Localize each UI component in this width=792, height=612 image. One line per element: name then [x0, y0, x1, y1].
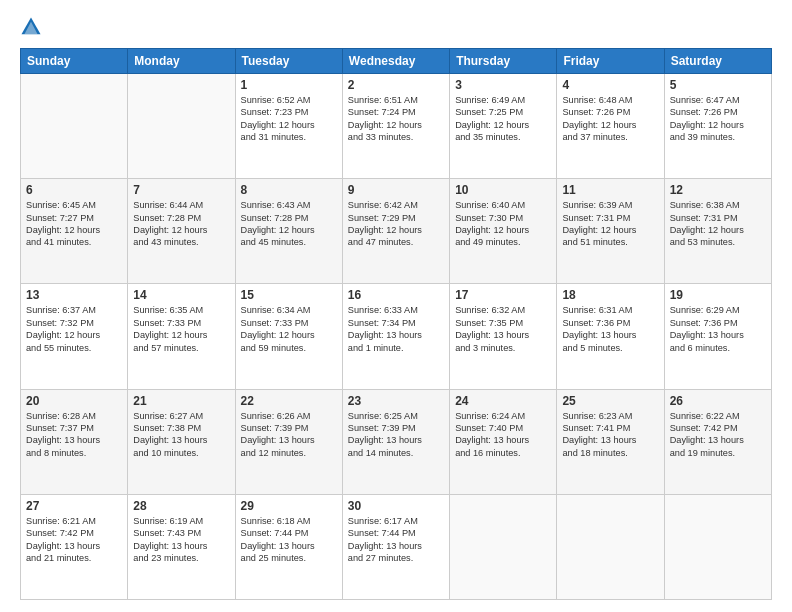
cell-content: Sunrise: 6:17 AM Sunset: 7:44 PM Dayligh… [348, 515, 444, 565]
cell-content: Sunrise: 6:26 AM Sunset: 7:39 PM Dayligh… [241, 410, 337, 460]
cell-content: Sunrise: 6:31 AM Sunset: 7:36 PM Dayligh… [562, 304, 658, 354]
weekday-header: Wednesday [342, 49, 449, 74]
calendar-cell: 11Sunrise: 6:39 AM Sunset: 7:31 PM Dayli… [557, 179, 664, 284]
cell-content: Sunrise: 6:48 AM Sunset: 7:26 PM Dayligh… [562, 94, 658, 144]
cell-content: Sunrise: 6:24 AM Sunset: 7:40 PM Dayligh… [455, 410, 551, 460]
cell-content: Sunrise: 6:18 AM Sunset: 7:44 PM Dayligh… [241, 515, 337, 565]
calendar-cell: 5Sunrise: 6:47 AM Sunset: 7:26 PM Daylig… [664, 74, 771, 179]
day-number: 10 [455, 183, 551, 197]
calendar-week-row: 1Sunrise: 6:52 AM Sunset: 7:23 PM Daylig… [21, 74, 772, 179]
calendar-week-row: 20Sunrise: 6:28 AM Sunset: 7:37 PM Dayli… [21, 389, 772, 494]
weekday-header: Monday [128, 49, 235, 74]
day-number: 11 [562, 183, 658, 197]
day-number: 23 [348, 394, 444, 408]
day-number: 8 [241, 183, 337, 197]
cell-content: Sunrise: 6:49 AM Sunset: 7:25 PM Dayligh… [455, 94, 551, 144]
cell-content: Sunrise: 6:22 AM Sunset: 7:42 PM Dayligh… [670, 410, 766, 460]
calendar-cell: 13Sunrise: 6:37 AM Sunset: 7:32 PM Dayli… [21, 284, 128, 389]
weekday-header: Tuesday [235, 49, 342, 74]
calendar-cell: 21Sunrise: 6:27 AM Sunset: 7:38 PM Dayli… [128, 389, 235, 494]
day-number: 4 [562, 78, 658, 92]
cell-content: Sunrise: 6:23 AM Sunset: 7:41 PM Dayligh… [562, 410, 658, 460]
cell-content: Sunrise: 6:37 AM Sunset: 7:32 PM Dayligh… [26, 304, 122, 354]
cell-content: Sunrise: 6:45 AM Sunset: 7:27 PM Dayligh… [26, 199, 122, 249]
page: SundayMondayTuesdayWednesdayThursdayFrid… [0, 0, 792, 612]
day-number: 9 [348, 183, 444, 197]
day-number: 14 [133, 288, 229, 302]
cell-content: Sunrise: 6:43 AM Sunset: 7:28 PM Dayligh… [241, 199, 337, 249]
calendar-cell: 26Sunrise: 6:22 AM Sunset: 7:42 PM Dayli… [664, 389, 771, 494]
calendar-cell: 29Sunrise: 6:18 AM Sunset: 7:44 PM Dayli… [235, 494, 342, 599]
calendar-cell: 15Sunrise: 6:34 AM Sunset: 7:33 PM Dayli… [235, 284, 342, 389]
logo-icon [20, 16, 42, 38]
cell-content: Sunrise: 6:28 AM Sunset: 7:37 PM Dayligh… [26, 410, 122, 460]
calendar-cell: 1Sunrise: 6:52 AM Sunset: 7:23 PM Daylig… [235, 74, 342, 179]
day-number: 20 [26, 394, 122, 408]
calendar-cell [664, 494, 771, 599]
calendar-cell: 8Sunrise: 6:43 AM Sunset: 7:28 PM Daylig… [235, 179, 342, 284]
day-number: 16 [348, 288, 444, 302]
calendar-cell: 23Sunrise: 6:25 AM Sunset: 7:39 PM Dayli… [342, 389, 449, 494]
calendar-cell: 18Sunrise: 6:31 AM Sunset: 7:36 PM Dayli… [557, 284, 664, 389]
day-number: 1 [241, 78, 337, 92]
day-number: 29 [241, 499, 337, 513]
day-number: 7 [133, 183, 229, 197]
calendar-cell: 4Sunrise: 6:48 AM Sunset: 7:26 PM Daylig… [557, 74, 664, 179]
calendar-week-row: 6Sunrise: 6:45 AM Sunset: 7:27 PM Daylig… [21, 179, 772, 284]
cell-content: Sunrise: 6:44 AM Sunset: 7:28 PM Dayligh… [133, 199, 229, 249]
cell-content: Sunrise: 6:29 AM Sunset: 7:36 PM Dayligh… [670, 304, 766, 354]
day-number: 27 [26, 499, 122, 513]
day-number: 30 [348, 499, 444, 513]
calendar-table: SundayMondayTuesdayWednesdayThursdayFrid… [20, 48, 772, 600]
header [20, 16, 772, 38]
calendar-week-row: 27Sunrise: 6:21 AM Sunset: 7:42 PM Dayli… [21, 494, 772, 599]
calendar-week-row: 13Sunrise: 6:37 AM Sunset: 7:32 PM Dayli… [21, 284, 772, 389]
cell-content: Sunrise: 6:33 AM Sunset: 7:34 PM Dayligh… [348, 304, 444, 354]
weekday-header: Sunday [21, 49, 128, 74]
day-number: 3 [455, 78, 551, 92]
day-number: 25 [562, 394, 658, 408]
calendar-cell: 19Sunrise: 6:29 AM Sunset: 7:36 PM Dayli… [664, 284, 771, 389]
calendar-cell: 6Sunrise: 6:45 AM Sunset: 7:27 PM Daylig… [21, 179, 128, 284]
day-number: 28 [133, 499, 229, 513]
day-number: 26 [670, 394, 766, 408]
day-number: 5 [670, 78, 766, 92]
cell-content: Sunrise: 6:38 AM Sunset: 7:31 PM Dayligh… [670, 199, 766, 249]
weekday-header: Thursday [450, 49, 557, 74]
cell-content: Sunrise: 6:32 AM Sunset: 7:35 PM Dayligh… [455, 304, 551, 354]
calendar-cell: 9Sunrise: 6:42 AM Sunset: 7:29 PM Daylig… [342, 179, 449, 284]
calendar-cell: 2Sunrise: 6:51 AM Sunset: 7:24 PM Daylig… [342, 74, 449, 179]
logo [20, 16, 46, 38]
cell-content: Sunrise: 6:39 AM Sunset: 7:31 PM Dayligh… [562, 199, 658, 249]
cell-content: Sunrise: 6:19 AM Sunset: 7:43 PM Dayligh… [133, 515, 229, 565]
calendar-cell [128, 74, 235, 179]
day-number: 13 [26, 288, 122, 302]
cell-content: Sunrise: 6:40 AM Sunset: 7:30 PM Dayligh… [455, 199, 551, 249]
day-number: 2 [348, 78, 444, 92]
calendar-cell: 17Sunrise: 6:32 AM Sunset: 7:35 PM Dayli… [450, 284, 557, 389]
day-number: 17 [455, 288, 551, 302]
calendar-cell: 10Sunrise: 6:40 AM Sunset: 7:30 PM Dayli… [450, 179, 557, 284]
calendar-cell: 22Sunrise: 6:26 AM Sunset: 7:39 PM Dayli… [235, 389, 342, 494]
cell-content: Sunrise: 6:35 AM Sunset: 7:33 PM Dayligh… [133, 304, 229, 354]
cell-content: Sunrise: 6:52 AM Sunset: 7:23 PM Dayligh… [241, 94, 337, 144]
day-number: 18 [562, 288, 658, 302]
calendar-cell: 14Sunrise: 6:35 AM Sunset: 7:33 PM Dayli… [128, 284, 235, 389]
cell-content: Sunrise: 6:51 AM Sunset: 7:24 PM Dayligh… [348, 94, 444, 144]
day-number: 15 [241, 288, 337, 302]
cell-content: Sunrise: 6:21 AM Sunset: 7:42 PM Dayligh… [26, 515, 122, 565]
day-number: 12 [670, 183, 766, 197]
calendar-cell: 30Sunrise: 6:17 AM Sunset: 7:44 PM Dayli… [342, 494, 449, 599]
day-number: 6 [26, 183, 122, 197]
calendar-cell: 28Sunrise: 6:19 AM Sunset: 7:43 PM Dayli… [128, 494, 235, 599]
weekday-header-row: SundayMondayTuesdayWednesdayThursdayFrid… [21, 49, 772, 74]
cell-content: Sunrise: 6:42 AM Sunset: 7:29 PM Dayligh… [348, 199, 444, 249]
calendar-cell: 24Sunrise: 6:24 AM Sunset: 7:40 PM Dayli… [450, 389, 557, 494]
calendar-cell: 27Sunrise: 6:21 AM Sunset: 7:42 PM Dayli… [21, 494, 128, 599]
day-number: 22 [241, 394, 337, 408]
cell-content: Sunrise: 6:34 AM Sunset: 7:33 PM Dayligh… [241, 304, 337, 354]
day-number: 21 [133, 394, 229, 408]
day-number: 24 [455, 394, 551, 408]
calendar-cell: 16Sunrise: 6:33 AM Sunset: 7:34 PM Dayli… [342, 284, 449, 389]
calendar-cell [450, 494, 557, 599]
